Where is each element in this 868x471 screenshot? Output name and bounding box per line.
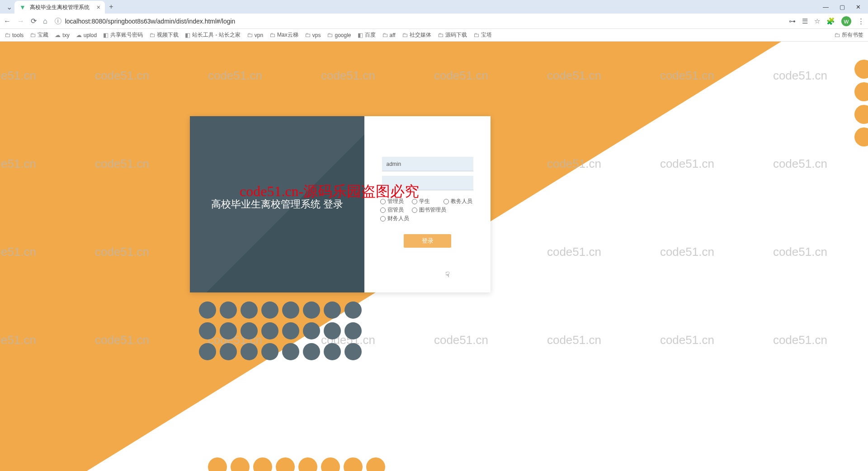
bookmark-item[interactable]: 🗀google (327, 31, 351, 39)
back-icon[interactable]: ← (4, 17, 11, 25)
role-radio[interactable] (380, 216, 386, 221)
new-tab-button[interactable]: + (105, 3, 118, 11)
role-radio[interactable] (412, 199, 417, 204)
cloud-icon: ☁ (55, 32, 61, 38)
close-tab-icon[interactable]: × (97, 4, 100, 11)
app-icon: ◧ (358, 32, 363, 38)
password-icon[interactable]: ⊶ (789, 17, 796, 25)
folder-icon: 🗀 (149, 32, 155, 38)
bookmark-star-icon[interactable]: ☆ (814, 17, 820, 25)
browser-tab-strip: ⌄ ▼ 高校毕业生离校管理系统 × + — ▢ ✕ (0, 0, 868, 14)
folder-icon: 🗀 (382, 32, 388, 38)
window-controls: — ▢ ✕ (823, 4, 864, 10)
role-option[interactable]: 学生 (412, 198, 443, 205)
app-icon: ◧ (185, 32, 190, 38)
folder-icon: 🗀 (305, 32, 311, 38)
bookmark-item[interactable]: 🗀aff (382, 31, 396, 39)
share-icon[interactable]: ☰ (802, 17, 808, 25)
bookmark-item[interactable]: ☁uplod (76, 31, 97, 39)
bookmark-item[interactable]: 🗀视频下载 (149, 31, 179, 39)
address-bar[interactable]: i (52, 18, 784, 25)
all-bookmarks[interactable]: 🗀 所有书签 (834, 31, 863, 39)
bookmark-item[interactable]: 🗀宝塔 (473, 31, 492, 39)
url-input[interactable] (65, 18, 784, 25)
bookmark-item[interactable]: 🗀社交媒体 (402, 31, 431, 39)
bookmark-item[interactable]: 🗀tools (5, 31, 24, 39)
login-form: 管理员学生教务人员宿管员图书管理员财务人员 登录 (364, 116, 491, 292)
role-option[interactable]: 管理员 (380, 198, 412, 205)
cloud-icon: ☁ (76, 32, 82, 38)
cursor-icon: ☟ (445, 270, 450, 279)
tab-title: 高校毕业生离校管理系统 (30, 4, 93, 11)
username-input[interactable] (382, 157, 473, 171)
tab-search-icon[interactable]: ⌄ (4, 3, 14, 11)
folder-icon: 🗀 (473, 32, 479, 38)
role-option[interactable]: 教务人员 (443, 198, 475, 205)
folder-icon: 🗀 (438, 32, 443, 38)
maximize-icon[interactable]: ▢ (840, 4, 845, 10)
role-radio[interactable] (412, 207, 417, 213)
bookmark-item[interactable]: ◧百度 (358, 31, 376, 39)
page-content: code51.cncode51.cncode51.cncode51.cncode… (0, 42, 868, 471)
password-input[interactable] (382, 176, 473, 190)
login-button[interactable]: 登录 (404, 234, 451, 248)
forward-icon[interactable]: → (17, 17, 24, 25)
folder-icon: 🗀 (30, 32, 36, 38)
folder-icon: 🗀 (834, 32, 840, 38)
role-option[interactable]: 宿管员 (380, 206, 412, 214)
bookmark-item[interactable]: ☁txy (55, 31, 69, 39)
login-card-left: 高校毕业生离校管理系统 登录 (190, 116, 364, 292)
login-card: 高校毕业生离校管理系统 登录 管理员学生教务人员宿管员图书管理员财务人员 登录 (190, 116, 491, 292)
role-radios: 管理员学生教务人员宿管员图书管理员财务人员 (380, 198, 475, 222)
folder-icon: 🗀 (5, 32, 10, 38)
bookmark-item[interactable]: 🗀Max云梯 (269, 31, 298, 39)
browser-tab[interactable]: ▼ 高校毕业生离校管理系统 × (14, 1, 105, 14)
folder-icon: 🗀 (402, 32, 408, 38)
bookmark-item[interactable]: ◧站长工具 - 站长之家 (185, 31, 241, 39)
role-radio[interactable] (380, 199, 386, 204)
folder-icon: 🗀 (269, 32, 275, 38)
role-radio[interactable] (443, 199, 449, 204)
close-window-icon[interactable]: ✕ (856, 4, 861, 10)
bookmarks-bar: 🗀tools🗀宝藏☁txy☁uplod◧共享账号密码🗀视频下载◧站长工具 - 站… (0, 29, 868, 42)
bookmark-item[interactable]: 🗀宝藏 (30, 31, 48, 39)
bookmark-item[interactable]: ◧共享账号密码 (103, 31, 143, 39)
folder-icon: 🗀 (327, 32, 333, 38)
nav-buttons: ← → ⟳ ⌂ (4, 17, 47, 25)
role-option[interactable]: 图书管理员 (412, 206, 471, 214)
home-icon[interactable]: ⌂ (43, 17, 47, 25)
favicon-icon: ▼ (19, 4, 26, 11)
login-title: 高校毕业生离校管理系统 登录 (211, 198, 343, 211)
bookmark-item[interactable]: 🗀vpn (247, 31, 263, 39)
bookmark-item[interactable]: 🗀vps (305, 31, 321, 39)
site-info-icon[interactable]: i (55, 18, 61, 24)
url-toolbar: ← → ⟳ ⌂ i ⊶ ☰ ☆ 🧩 w ⋮ (0, 14, 868, 29)
profile-avatar[interactable]: w (841, 16, 851, 26)
extensions-icon[interactable]: 🧩 (826, 17, 835, 25)
folder-icon: 🗀 (247, 32, 253, 38)
role-radio[interactable] (380, 207, 386, 213)
toolbar-right: ⊶ ☰ ☆ 🧩 w ⋮ (789, 16, 864, 26)
app-icon: ◧ (103, 32, 108, 38)
reload-icon[interactable]: ⟳ (31, 17, 37, 25)
minimize-icon[interactable]: — (823, 4, 829, 10)
menu-icon[interactable]: ⋮ (858, 17, 864, 25)
bookmark-item[interactable]: 🗀源码下载 (438, 31, 467, 39)
role-option[interactable]: 财务人员 (380, 215, 412, 222)
